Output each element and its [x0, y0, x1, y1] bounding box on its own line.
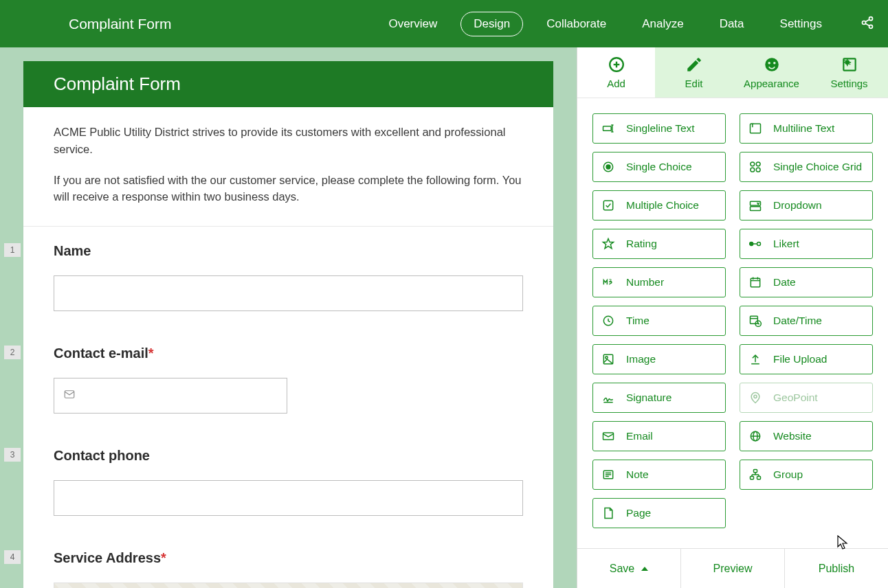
- field-number-1: 1: [4, 243, 21, 257]
- nav-tab-data[interactable]: Data: [707, 12, 757, 36]
- phone-input[interactable]: [54, 480, 523, 516]
- nav-tab-design[interactable]: Design: [460, 12, 523, 36]
- app-title: Complaint Form: [69, 16, 171, 32]
- el-singleline-text[interactable]: Singleline Text: [592, 113, 726, 144]
- el-datetime[interactable]: Date/Time: [740, 306, 873, 336]
- nav-tab-overview[interactable]: Overview: [376, 12, 449, 36]
- el-image[interactable]: Image: [592, 344, 726, 374]
- nav-tab-analyze[interactable]: Analyze: [630, 12, 696, 36]
- el-note[interactable]: Note: [592, 460, 726, 490]
- field-label-phone[interactable]: Contact phone: [54, 448, 523, 464]
- el-file-upload[interactable]: File Upload: [740, 344, 873, 374]
- nav-tabs: Overview Design Collaborate Analyze Data…: [376, 12, 874, 36]
- svg-point-51: [754, 395, 757, 398]
- svg-point-47: [606, 357, 608, 359]
- svg-point-31: [750, 242, 753, 246]
- field-label-name[interactable]: Name: [54, 243, 523, 259]
- svg-point-24: [756, 162, 760, 166]
- svg-rect-43: [751, 316, 758, 324]
- form-title[interactable]: Complaint Form: [23, 61, 553, 107]
- intro-para-1: ACME Public Utility District strives to …: [54, 124, 523, 158]
- field-label-email[interactable]: Contact e-mail*: [54, 346, 523, 361]
- field-number-4: 4: [4, 550, 21, 564]
- form-canvas[interactable]: Complaint Form ACME Public Utility Distr…: [0, 47, 577, 588]
- el-multiline-text[interactable]: Multiline Text: [740, 113, 873, 144]
- svg-point-1: [863, 21, 866, 24]
- svg-point-33: [757, 242, 761, 246]
- svg-rect-27: [603, 201, 612, 210]
- el-website[interactable]: Website: [740, 421, 873, 451]
- required-asterisk: *: [161, 550, 166, 565]
- mail-icon: [63, 388, 76, 403]
- top-nav: Complaint Form Overview Design Collabora…: [0, 0, 888, 47]
- field-number-3: 3: [4, 448, 21, 462]
- nav-tab-collaborate[interactable]: Collaborate: [534, 12, 619, 36]
- el-email[interactable]: Email: [592, 421, 726, 451]
- panel-tab-add[interactable]: Add: [577, 47, 655, 98]
- right-panel: Add Edit Appearance Settings Singleline …: [577, 47, 888, 588]
- publish-button[interactable]: Publish: [785, 549, 888, 588]
- el-page[interactable]: Page: [592, 498, 726, 528]
- svg-rect-12: [843, 58, 855, 70]
- svg-point-10: [768, 62, 770, 64]
- svg-point-11: [773, 62, 775, 64]
- panel-tab-edit[interactable]: Edit: [655, 47, 733, 98]
- svg-line-3: [865, 23, 869, 25]
- svg-rect-14: [603, 126, 612, 131]
- svg-rect-35: [751, 278, 759, 287]
- field-number-2: 2: [4, 346, 21, 359]
- caret-up-icon: [641, 567, 648, 571]
- preview-button[interactable]: Preview: [681, 549, 785, 588]
- svg-point-26: [756, 168, 760, 172]
- save-button[interactable]: Save: [577, 549, 681, 588]
- svg-point-2: [869, 25, 873, 28]
- svg-marker-30: [603, 239, 614, 249]
- svg-point-13: [845, 60, 849, 64]
- el-signature[interactable]: Signature: [592, 383, 726, 413]
- intro-para-2: If you are not satisfied with the our cu…: [54, 172, 523, 206]
- svg-rect-29: [751, 207, 761, 211]
- el-single-choice[interactable]: Single Choice: [592, 152, 726, 182]
- el-multiple-choice[interactable]: Multiple Choice: [592, 190, 726, 220]
- panel-tab-appearance[interactable]: Appearance: [733, 47, 810, 98]
- el-number[interactable]: 3Number: [592, 267, 726, 297]
- svg-rect-62: [757, 477, 761, 479]
- share-icon[interactable]: [861, 16, 874, 32]
- svg-rect-18: [751, 124, 761, 133]
- svg-marker-67: [641, 567, 648, 571]
- nav-tab-settings[interactable]: Settings: [768, 12, 834, 36]
- el-rating[interactable]: Rating: [592, 229, 726, 259]
- form-intro[interactable]: ACME Public Utility District strives to …: [23, 107, 553, 227]
- element-palette: Singleline Text Multiline Text Single Ch…: [577, 98, 888, 548]
- panel-tab-settings[interactable]: Settings: [810, 47, 888, 98]
- svg-point-25: [751, 168, 755, 172]
- el-single-choice-grid[interactable]: Single Choice Grid: [740, 152, 873, 182]
- svg-point-0: [869, 16, 873, 20]
- svg-rect-61: [751, 477, 754, 479]
- el-dropdown[interactable]: Dropdown: [740, 190, 873, 220]
- el-date[interactable]: Date: [740, 267, 873, 297]
- map-preview[interactable]: [54, 583, 523, 588]
- field-label-address[interactable]: Service Address*: [54, 550, 523, 566]
- el-geopoint: GeoPoint: [740, 383, 873, 413]
- svg-point-23: [751, 162, 755, 166]
- svg-rect-5: [65, 391, 74, 398]
- el-likert[interactable]: Likert: [740, 229, 873, 259]
- name-input[interactable]: [54, 275, 523, 311]
- svg-line-4: [865, 19, 869, 21]
- email-input[interactable]: [54, 378, 287, 414]
- svg-point-22: [606, 165, 610, 169]
- el-time[interactable]: Time: [592, 306, 726, 336]
- svg-rect-60: [754, 470, 757, 473]
- el-group[interactable]: Group: [740, 460, 873, 490]
- required-asterisk: *: [148, 346, 154, 361]
